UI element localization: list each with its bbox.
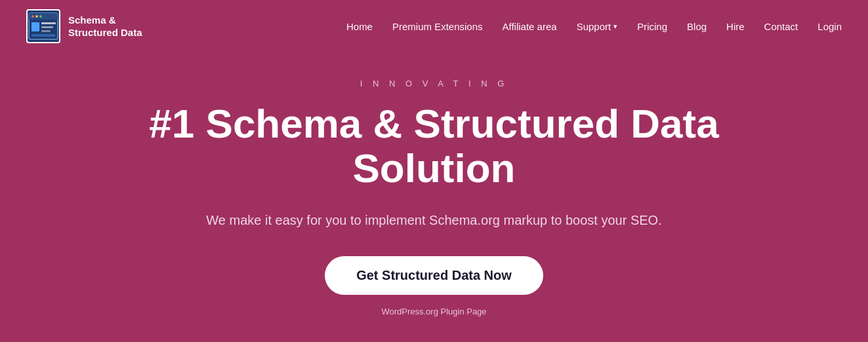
svg-rect-9 xyxy=(41,30,51,32)
chevron-down-icon: ▾ xyxy=(613,22,617,31)
nav-item-hire[interactable]: Hire xyxy=(726,21,745,32)
svg-point-3 xyxy=(31,15,34,18)
svg-point-5 xyxy=(39,15,42,18)
svg-rect-10 xyxy=(31,34,55,37)
svg-rect-7 xyxy=(41,22,56,24)
cta-button[interactable]: Get Structured Data Now xyxy=(325,256,543,295)
wordpress-plugin-link[interactable]: WordPress.org Plugin Page xyxy=(381,307,486,316)
innovating-label: I N N O V A T I N G xyxy=(360,79,508,88)
nav-item-contact[interactable]: Contact xyxy=(764,21,798,32)
nav-item-login[interactable]: Login xyxy=(817,21,842,32)
hero-section: I N N O V A T I N G #1 Schema & Structur… xyxy=(0,52,868,336)
brand-name: Schema & Structured Data xyxy=(68,14,142,39)
svg-rect-8 xyxy=(41,26,53,28)
nav-item-blog[interactable]: Blog xyxy=(687,21,707,32)
nav-item-affiliate-area[interactable]: Affiliate area xyxy=(503,21,557,32)
header: Schema & Structured Data Home Premium Ex… xyxy=(0,0,868,52)
nav-item-support[interactable]: Support ▾ xyxy=(577,21,618,32)
svg-rect-6 xyxy=(31,22,39,31)
svg-point-4 xyxy=(35,15,38,18)
hero-subtitle: We make it easy for you to implement Sch… xyxy=(206,210,661,230)
main-nav: Home Premium Extensions Affiliate area S… xyxy=(346,21,842,32)
logo-icon xyxy=(26,9,60,43)
logo-link[interactable]: Schema & Structured Data xyxy=(26,9,142,43)
nav-item-home[interactable]: Home xyxy=(346,21,373,32)
hero-title: #1 Schema & Structured Data Solution xyxy=(73,102,795,191)
nav-item-pricing[interactable]: Pricing xyxy=(637,21,667,32)
nav-item-premium-extensions[interactable]: Premium Extensions xyxy=(392,21,483,32)
